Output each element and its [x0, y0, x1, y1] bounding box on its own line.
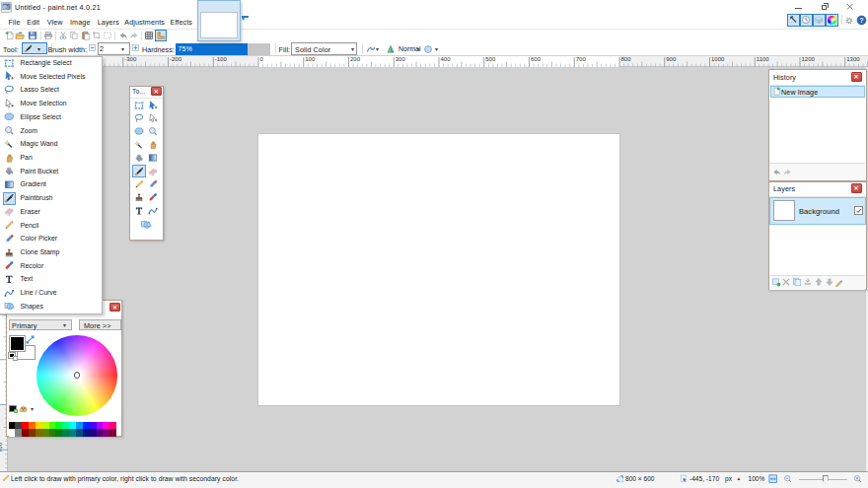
svg-text:?: ? — [859, 17, 863, 24]
